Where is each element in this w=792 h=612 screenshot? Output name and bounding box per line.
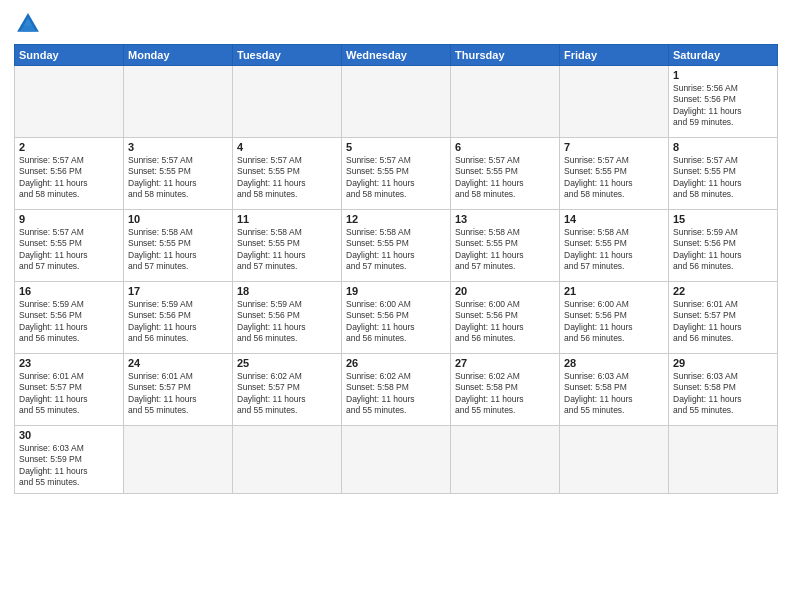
calendar-cell: 17Sunrise: 5:59 AM Sunset: 5:56 PM Dayli…: [124, 282, 233, 354]
day-info: Sunrise: 6:02 AM Sunset: 5:58 PM Dayligh…: [455, 371, 555, 417]
calendar-cell: 24Sunrise: 6:01 AM Sunset: 5:57 PM Dayli…: [124, 354, 233, 426]
calendar-cell: [124, 426, 233, 494]
calendar-header-row: SundayMondayTuesdayWednesdayThursdayFrid…: [15, 45, 778, 66]
day-number: 1: [673, 69, 773, 81]
day-number: 8: [673, 141, 773, 153]
day-info: Sunrise: 6:03 AM Sunset: 5:59 PM Dayligh…: [19, 443, 119, 489]
weekday-header: Saturday: [669, 45, 778, 66]
day-number: 12: [346, 213, 446, 225]
calendar-cell: [669, 426, 778, 494]
calendar-cell: [233, 426, 342, 494]
day-info: Sunrise: 5:59 AM Sunset: 5:56 PM Dayligh…: [237, 299, 337, 345]
calendar-cell: 3Sunrise: 5:57 AM Sunset: 5:55 PM Daylig…: [124, 138, 233, 210]
day-number: 16: [19, 285, 119, 297]
day-info: Sunrise: 5:57 AM Sunset: 5:55 PM Dayligh…: [673, 155, 773, 201]
day-number: 23: [19, 357, 119, 369]
day-number: 5: [346, 141, 446, 153]
day-info: Sunrise: 6:03 AM Sunset: 5:58 PM Dayligh…: [673, 371, 773, 417]
day-info: Sunrise: 6:00 AM Sunset: 5:56 PM Dayligh…: [455, 299, 555, 345]
day-info: Sunrise: 5:59 AM Sunset: 5:56 PM Dayligh…: [673, 227, 773, 273]
day-info: Sunrise: 5:57 AM Sunset: 5:55 PM Dayligh…: [455, 155, 555, 201]
calendar-cell: 1Sunrise: 5:56 AM Sunset: 5:56 PM Daylig…: [669, 66, 778, 138]
day-number: 6: [455, 141, 555, 153]
day-number: 28: [564, 357, 664, 369]
calendar-cell: 4Sunrise: 5:57 AM Sunset: 5:55 PM Daylig…: [233, 138, 342, 210]
day-number: 2: [19, 141, 119, 153]
calendar-cell: [560, 426, 669, 494]
calendar-cell: 22Sunrise: 6:01 AM Sunset: 5:57 PM Dayli…: [669, 282, 778, 354]
calendar-cell: [560, 66, 669, 138]
day-info: Sunrise: 5:57 AM Sunset: 5:55 PM Dayligh…: [346, 155, 446, 201]
logo: [14, 10, 46, 38]
calendar-cell: 21Sunrise: 6:00 AM Sunset: 5:56 PM Dayli…: [560, 282, 669, 354]
day-number: 9: [19, 213, 119, 225]
calendar-cell: 5Sunrise: 5:57 AM Sunset: 5:55 PM Daylig…: [342, 138, 451, 210]
day-number: 13: [455, 213, 555, 225]
calendar-cell: 30Sunrise: 6:03 AM Sunset: 5:59 PM Dayli…: [15, 426, 124, 494]
calendar-cell: [342, 66, 451, 138]
calendar-cell: 9Sunrise: 5:57 AM Sunset: 5:55 PM Daylig…: [15, 210, 124, 282]
calendar-week-row: 23Sunrise: 6:01 AM Sunset: 5:57 PM Dayli…: [15, 354, 778, 426]
day-info: Sunrise: 5:57 AM Sunset: 5:55 PM Dayligh…: [237, 155, 337, 201]
calendar-cell: 23Sunrise: 6:01 AM Sunset: 5:57 PM Dayli…: [15, 354, 124, 426]
day-number: 17: [128, 285, 228, 297]
day-info: Sunrise: 5:58 AM Sunset: 5:55 PM Dayligh…: [237, 227, 337, 273]
day-info: Sunrise: 5:57 AM Sunset: 5:56 PM Dayligh…: [19, 155, 119, 201]
calendar-cell: 16Sunrise: 5:59 AM Sunset: 5:56 PM Dayli…: [15, 282, 124, 354]
calendar-week-row: 1Sunrise: 5:56 AM Sunset: 5:56 PM Daylig…: [15, 66, 778, 138]
calendar-cell: [451, 66, 560, 138]
day-number: 19: [346, 285, 446, 297]
calendar-cell: 12Sunrise: 5:58 AM Sunset: 5:55 PM Dayli…: [342, 210, 451, 282]
day-info: Sunrise: 5:58 AM Sunset: 5:55 PM Dayligh…: [346, 227, 446, 273]
calendar-cell: 20Sunrise: 6:00 AM Sunset: 5:56 PM Dayli…: [451, 282, 560, 354]
day-info: Sunrise: 5:59 AM Sunset: 5:56 PM Dayligh…: [19, 299, 119, 345]
day-number: 22: [673, 285, 773, 297]
calendar-cell: 6Sunrise: 5:57 AM Sunset: 5:55 PM Daylig…: [451, 138, 560, 210]
calendar-week-row: 16Sunrise: 5:59 AM Sunset: 5:56 PM Dayli…: [15, 282, 778, 354]
weekday-header: Wednesday: [342, 45, 451, 66]
day-info: Sunrise: 5:58 AM Sunset: 5:55 PM Dayligh…: [128, 227, 228, 273]
calendar-cell: 28Sunrise: 6:03 AM Sunset: 5:58 PM Dayli…: [560, 354, 669, 426]
calendar-cell: 15Sunrise: 5:59 AM Sunset: 5:56 PM Dayli…: [669, 210, 778, 282]
weekday-header: Thursday: [451, 45, 560, 66]
calendar-week-row: 30Sunrise: 6:03 AM Sunset: 5:59 PM Dayli…: [15, 426, 778, 494]
weekday-header: Tuesday: [233, 45, 342, 66]
calendar-cell: 25Sunrise: 6:02 AM Sunset: 5:57 PM Dayli…: [233, 354, 342, 426]
calendar-cell: [124, 66, 233, 138]
day-info: Sunrise: 5:58 AM Sunset: 5:55 PM Dayligh…: [455, 227, 555, 273]
day-number: 10: [128, 213, 228, 225]
day-info: Sunrise: 6:00 AM Sunset: 5:56 PM Dayligh…: [346, 299, 446, 345]
day-info: Sunrise: 6:02 AM Sunset: 5:57 PM Dayligh…: [237, 371, 337, 417]
calendar-cell: 11Sunrise: 5:58 AM Sunset: 5:55 PM Dayli…: [233, 210, 342, 282]
calendar-cell: [451, 426, 560, 494]
calendar-table: SundayMondayTuesdayWednesdayThursdayFrid…: [14, 44, 778, 494]
day-info: Sunrise: 6:03 AM Sunset: 5:58 PM Dayligh…: [564, 371, 664, 417]
day-number: 26: [346, 357, 446, 369]
day-number: 27: [455, 357, 555, 369]
day-number: 25: [237, 357, 337, 369]
calendar-cell: 19Sunrise: 6:00 AM Sunset: 5:56 PM Dayli…: [342, 282, 451, 354]
page: SundayMondayTuesdayWednesdayThursdayFrid…: [0, 0, 792, 612]
day-number: 4: [237, 141, 337, 153]
day-info: Sunrise: 6:01 AM Sunset: 5:57 PM Dayligh…: [19, 371, 119, 417]
day-info: Sunrise: 6:02 AM Sunset: 5:58 PM Dayligh…: [346, 371, 446, 417]
day-number: 29: [673, 357, 773, 369]
svg-rect-2: [22, 26, 34, 32]
day-number: 20: [455, 285, 555, 297]
calendar-cell: 18Sunrise: 5:59 AM Sunset: 5:56 PM Dayli…: [233, 282, 342, 354]
calendar-week-row: 2Sunrise: 5:57 AM Sunset: 5:56 PM Daylig…: [15, 138, 778, 210]
calendar-cell: [15, 66, 124, 138]
weekday-header: Friday: [560, 45, 669, 66]
weekday-header: Sunday: [15, 45, 124, 66]
day-info: Sunrise: 6:00 AM Sunset: 5:56 PM Dayligh…: [564, 299, 664, 345]
calendar-cell: 10Sunrise: 5:58 AM Sunset: 5:55 PM Dayli…: [124, 210, 233, 282]
calendar-cell: [233, 66, 342, 138]
calendar-cell: 8Sunrise: 5:57 AM Sunset: 5:55 PM Daylig…: [669, 138, 778, 210]
day-number: 18: [237, 285, 337, 297]
calendar-cell: 2Sunrise: 5:57 AM Sunset: 5:56 PM Daylig…: [15, 138, 124, 210]
logo-icon: [14, 10, 42, 38]
day-number: 14: [564, 213, 664, 225]
day-number: 7: [564, 141, 664, 153]
day-info: Sunrise: 5:59 AM Sunset: 5:56 PM Dayligh…: [128, 299, 228, 345]
day-number: 3: [128, 141, 228, 153]
